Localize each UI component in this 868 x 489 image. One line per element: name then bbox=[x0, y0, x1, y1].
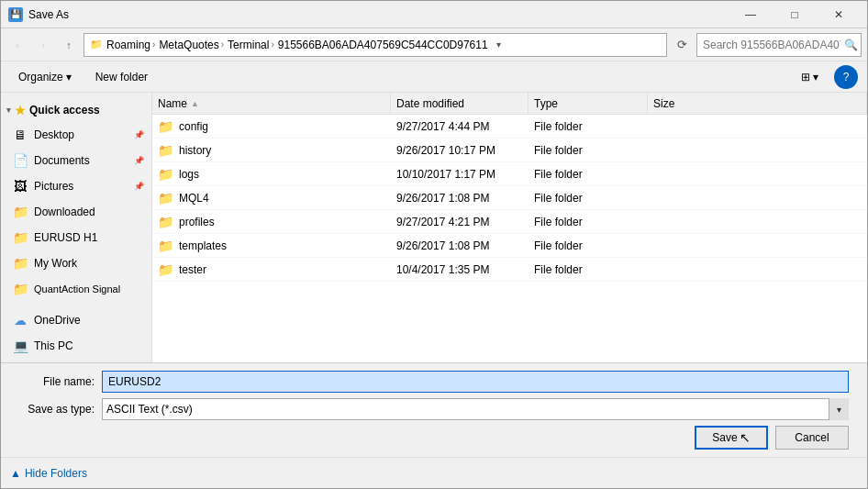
hide-folders-button[interactable]: ▲ Hide Folders bbox=[10, 467, 87, 480]
sidebar-item-documents[interactable]: 📄 Documents 📌 bbox=[1, 148, 151, 173]
sidebar-item-mywork[interactable]: 📁 My Work bbox=[1, 250, 151, 276]
save-button[interactable]: Save ↖ bbox=[695, 426, 768, 450]
view-icon: ⊞ bbox=[801, 71, 810, 83]
path-segment-metaquotes[interactable]: MetaQuotes › bbox=[159, 39, 224, 51]
folder-icon: 📁 bbox=[158, 262, 173, 277]
table-row[interactable]: 📁 profiles 9/27/2017 4:21 PM File folder bbox=[152, 210, 867, 234]
chevron-up-icon: ▲ bbox=[10, 467, 21, 480]
table-row[interactable]: 📁 templates 9/26/2017 1:08 PM File folde… bbox=[152, 234, 867, 258]
quick-access-chevron-icon: ▾ bbox=[6, 106, 11, 115]
filename-row: File name: bbox=[19, 371, 849, 393]
path-segment-id[interactable]: 915566BA06ADA407569C544CC0D97611 bbox=[278, 39, 488, 51]
dialog-title: Save As bbox=[28, 8, 729, 21]
file-cell-date: 10/10/2017 1:17 PM bbox=[391, 168, 529, 181]
cancel-button[interactable]: Cancel bbox=[775, 426, 849, 450]
sidebar-item-onedrive[interactable]: ☁ OneDrive bbox=[1, 307, 151, 333]
forward-button[interactable]: › bbox=[32, 34, 54, 56]
downloaded-folder-icon: 📁 bbox=[12, 204, 28, 220]
file-cell-type: File folder bbox=[529, 216, 648, 228]
filename-input[interactable] bbox=[102, 371, 849, 393]
file-rows-container: 📁 config 9/27/2017 4:44 PM File folder 📁… bbox=[152, 115, 867, 282]
thispc-icon: 💻 bbox=[12, 338, 28, 354]
file-cell-date: 10/4/2017 1:35 PM bbox=[391, 263, 529, 276]
pictures-icon: 🖼 bbox=[12, 178, 28, 194]
refresh-button[interactable]: ⟳ bbox=[671, 34, 693, 56]
col-header-date[interactable]: Date modified bbox=[391, 93, 529, 114]
sidebar-item-pictures[interactable]: 🖼 Pictures 📌 bbox=[1, 173, 151, 199]
file-cell-type: File folder bbox=[529, 120, 648, 133]
sidebar: ▾ ★ Quick access 🖥 Desktop 📌 📄 Documents… bbox=[1, 93, 152, 362]
organize-button[interactable]: Organize ▾ bbox=[10, 65, 80, 89]
file-cell-date: 9/26/2017 1:08 PM bbox=[391, 239, 529, 252]
help-button[interactable]: ? bbox=[834, 65, 858, 89]
minimize-button[interactable]: — bbox=[729, 1, 772, 28]
file-list: Name ▲ Date modified Type Size 📁 config bbox=[152, 93, 867, 362]
title-bar-buttons: — □ ✕ bbox=[729, 1, 860, 28]
file-cell-type: File folder bbox=[529, 144, 648, 157]
sidebar-item-eurusd[interactable]: 📁 EURUSD H1 bbox=[1, 225, 151, 250]
path-segment-terminal[interactable]: Terminal › bbox=[228, 39, 274, 51]
file-cell-name: 📁 profiles bbox=[152, 215, 391, 229]
search-wrapper: 🔍 bbox=[696, 33, 862, 57]
path-dropdown-button[interactable]: ▾ bbox=[492, 38, 506, 52]
organize-chevron-icon: ▾ bbox=[66, 71, 72, 83]
file-cell-date: 9/26/2017 1:08 PM bbox=[391, 192, 529, 205]
file-cell-name: 📁 history bbox=[152, 143, 391, 158]
address-bar: ‹ › ↑ 📁 Roaming › MetaQuotes › Terminal … bbox=[1, 28, 867, 61]
sidebar-item-thispc[interactable]: 💻 This PC bbox=[1, 333, 151, 359]
table-row[interactable]: 📁 MQL4 9/26/2017 1:08 PM File folder bbox=[152, 186, 867, 210]
documents-icon: 📄 bbox=[12, 152, 28, 169]
save-as-dialog: 💾 Save As — □ ✕ ‹ › ↑ 📁 Roaming › MetaQu… bbox=[0, 0, 868, 489]
file-cell-name: 📁 tester bbox=[152, 262, 391, 277]
file-cell-name: 📁 MQL4 bbox=[152, 191, 391, 206]
back-button[interactable]: ‹ bbox=[6, 34, 28, 56]
new-folder-button[interactable]: New folder bbox=[87, 65, 156, 89]
file-cell-type: File folder bbox=[529, 192, 648, 205]
maximize-button[interactable]: □ bbox=[773, 1, 816, 28]
table-row[interactable]: 📁 logs 10/10/2017 1:17 PM File folder bbox=[152, 162, 867, 186]
close-button[interactable]: ✕ bbox=[818, 1, 860, 28]
col-header-size[interactable]: Size bbox=[648, 93, 867, 114]
sidebar-item-quantaction[interactable]: 📁 QuantAction Signal bbox=[1, 276, 151, 302]
path-segment-roaming[interactable]: Roaming › bbox=[106, 39, 155, 51]
pin-icon-desktop: 📌 bbox=[134, 130, 144, 139]
sort-arrow-icon: ▲ bbox=[191, 99, 199, 108]
folder-icon: 📁 bbox=[158, 239, 173, 253]
form-buttons: Save ↖ Cancel bbox=[19, 426, 849, 450]
bottom-bar: ▲ Hide Folders bbox=[1, 457, 867, 488]
file-cell-name: 📁 logs bbox=[152, 167, 391, 182]
up-button[interactable]: ↑ bbox=[58, 34, 80, 56]
folder-icon: 📁 bbox=[158, 191, 173, 206]
table-row[interactable]: 📁 config 9/27/2017 4:44 PM File folder bbox=[152, 115, 867, 139]
address-path: 📁 Roaming › MetaQuotes › Terminal › 9155… bbox=[83, 33, 667, 57]
file-cell-name: 📁 templates bbox=[152, 239, 391, 253]
search-input[interactable] bbox=[696, 33, 862, 57]
cursor-icon: ↖ bbox=[740, 430, 751, 445]
file-cell-type: File folder bbox=[529, 239, 648, 252]
saveastype-label: Save as type: bbox=[19, 403, 102, 416]
col-header-type[interactable]: Type bbox=[529, 93, 648, 114]
onedrive-icon: ☁ bbox=[12, 312, 28, 328]
quick-access-section: ▾ ★ Quick access 🖥 Desktop 📌 📄 Documents… bbox=[1, 98, 151, 302]
file-list-header: Name ▲ Date modified Type Size bbox=[152, 93, 867, 115]
pin-icon-documents: 📌 bbox=[134, 156, 144, 165]
title-bar: 💾 Save As — □ ✕ bbox=[1, 1, 867, 28]
table-row[interactable]: 📁 tester 10/4/2017 1:35 PM File folder bbox=[152, 258, 867, 282]
sidebar-item-downloaded[interactable]: 📁 Downloaded bbox=[1, 199, 151, 225]
saveastype-row: Save as type: ASCII Text (*.csv) ▾ bbox=[19, 398, 849, 420]
mywork-folder-icon: 📁 bbox=[12, 255, 28, 272]
sidebar-item-desktop[interactable]: 🖥 Desktop 📌 bbox=[1, 122, 151, 148]
folder-icon: 📁 bbox=[158, 143, 173, 158]
table-row[interactable]: 📁 history 9/26/2017 10:17 PM File folder bbox=[152, 139, 867, 162]
saveastype-select-wrapper: ASCII Text (*.csv) ▾ bbox=[102, 398, 849, 420]
col-header-name[interactable]: Name ▲ bbox=[152, 93, 391, 114]
view-button[interactable]: ⊞ ▾ bbox=[793, 65, 827, 89]
quick-access-header[interactable]: ▾ ★ Quick access bbox=[1, 98, 151, 122]
pin-icon-pictures: 📌 bbox=[134, 182, 144, 191]
saveastype-select[interactable]: ASCII Text (*.csv) bbox=[102, 398, 849, 420]
file-cell-date: 9/26/2017 10:17 PM bbox=[391, 144, 529, 157]
file-cell-type: File folder bbox=[529, 168, 648, 181]
file-cell-name: 📁 config bbox=[152, 119, 391, 134]
folder-icon: 📁 bbox=[158, 215, 173, 229]
toolbar: Organize ▾ New folder ⊞ ▾ ? bbox=[1, 61, 867, 93]
